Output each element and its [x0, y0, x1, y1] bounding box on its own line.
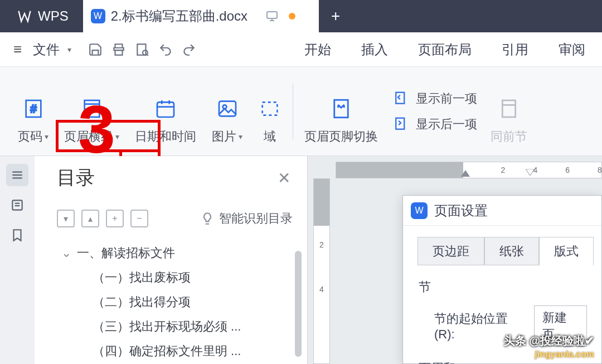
switch-hf-button[interactable]: 页眉页脚切换 [297, 78, 386, 145]
watermark: 头条 @投经验啦✔ jingyanla.com [504, 333, 594, 360]
save-icon[interactable] [86, 40, 105, 59]
undo-icon[interactable] [156, 40, 175, 59]
monitor-icon[interactable] [265, 9, 279, 23]
tab-margins[interactable]: 页边距 [417, 237, 484, 265]
document-name: 2.标书编写五部曲.docx [111, 7, 247, 25]
same-as-prev-button: 同前节 [483, 78, 535, 145]
section-group-label: 节 [419, 279, 587, 295]
calendar-icon [154, 97, 177, 120]
page-number-button[interactable]: # 页码▾ [10, 78, 56, 145]
svg-rect-16 [396, 92, 404, 103]
dialog-title: 页面设置 [434, 202, 488, 220]
svg-marker-26 [461, 170, 470, 177]
sidebar-list[interactable] [6, 194, 28, 216]
picture-button[interactable]: 图片▾ [204, 78, 250, 145]
tab-paper[interactable]: 纸张 [484, 237, 539, 265]
vertical-ruler[interactable]: 2 4 [313, 178, 330, 364]
hamburger-icon[interactable]: ≡ [13, 41, 22, 58]
app-name: WPS [38, 8, 69, 24]
outline-panel: 目录 ✕ ▾ ▴ + − 智能识别目录 ⌄一、解读招标文件 （一）找出废标项 （… [35, 156, 308, 364]
indent-marker-icon[interactable] [461, 169, 470, 177]
print-icon[interactable] [109, 40, 128, 59]
tree-item[interactable]: （一）找出废标项 [93, 265, 296, 290]
svg-text:#: # [30, 102, 37, 114]
svg-rect-8 [157, 102, 174, 117]
tab-insert[interactable]: 插入 [358, 38, 391, 61]
remove-icon[interactable]: − [130, 210, 148, 227]
outline-tree: ⌄一、解读招标文件 （一）找出废标项 （二）找出得分项 （三）找出开标现场必须 … [57, 241, 296, 363]
indent-marker-icon[interactable] [526, 169, 535, 177]
wps-logo-icon [17, 8, 32, 24]
tree-item-h1[interactable]: ⌄一、解读招标文件 [61, 241, 296, 265]
smart-recognize-button[interactable]: 智能识别目录 [200, 210, 296, 227]
svg-marker-27 [526, 169, 535, 176]
tree-item[interactable]: （二）找出得分项 [93, 290, 296, 314]
svg-rect-14 [263, 102, 278, 115]
show-next-button[interactable]: 显示后一项 [391, 115, 477, 134]
bulb-icon [200, 211, 215, 226]
tab-references[interactable]: 引用 [498, 38, 532, 61]
picture-icon [216, 97, 239, 120]
show-prev-icon [391, 89, 410, 108]
new-tab-button[interactable]: + [319, 0, 352, 32]
sidebar-bookmark[interactable] [6, 224, 28, 246]
doc-icon: W [91, 9, 105, 23]
tab-review[interactable]: 审阅 [555, 38, 589, 61]
hf-group-label: 页眉和__ [419, 360, 587, 364]
tree-item[interactable]: （四）确定招标文件里明 ... [93, 339, 296, 363]
svg-rect-12 [219, 101, 236, 116]
tab-page-layout[interactable]: 页面布局 [415, 38, 475, 61]
add-icon[interactable]: + [106, 210, 124, 227]
svg-rect-1 [115, 50, 123, 55]
annotation-highlight [56, 120, 161, 152]
page-number-icon: # [22, 97, 45, 120]
close-icon[interactable]: ✕ [278, 169, 290, 187]
same-as-prev-icon [497, 97, 521, 120]
expand-icon[interactable]: ▴ [81, 210, 99, 227]
ribbon: # 页码▾ 页眉横线▾ 日期和时间 图片▾ 域 页眉页脚切换 显示前一项 显示后… [0, 67, 602, 156]
svg-rect-18 [502, 100, 515, 117]
field-icon [258, 97, 281, 120]
chevron-down-icon: ▾ [67, 45, 71, 54]
scrollbar[interactable] [295, 251, 302, 357]
svg-rect-2 [138, 44, 146, 55]
svg-rect-0 [267, 12, 277, 18]
horizontal-ruler[interactable]: 42246810 [336, 162, 602, 178]
redo-icon[interactable] [179, 40, 198, 59]
wps-icon: W [411, 202, 428, 219]
tab-start[interactable]: 开始 [301, 38, 334, 61]
outline-title: 目录 [57, 165, 95, 191]
preview-icon[interactable] [133, 40, 152, 59]
show-next-icon [391, 115, 410, 134]
sidebar-outline[interactable] [6, 164, 28, 186]
titlebar: WPS W 2.标书编写五部曲.docx + [0, 0, 602, 32]
dialog-titlebar[interactable]: W 页面设置 [403, 196, 601, 226]
show-prev-button[interactable]: 显示前一项 [391, 89, 477, 108]
document-tab[interactable]: W 2.标书编写五部曲.docx [83, 0, 319, 32]
switch-hf-icon [329, 97, 353, 120]
field-button[interactable]: 域 [250, 78, 289, 145]
unsaved-indicator-icon [289, 13, 295, 20]
file-menu[interactable]: 文件 [30, 38, 63, 61]
tree-item[interactable]: （三）找出开标现场必须 ... [93, 314, 296, 339]
collapse-icon[interactable]: ▾ [57, 210, 75, 227]
chevron-down-icon: ⌄ [61, 241, 71, 265]
left-sidebar [0, 156, 35, 364]
app-brand: WPS [0, 0, 83, 32]
tab-layout[interactable]: 版式 [539, 237, 594, 265]
menubar: ≡ 文件 ▾ 开始 插入 页面布局 引用 审阅 [0, 32, 602, 67]
